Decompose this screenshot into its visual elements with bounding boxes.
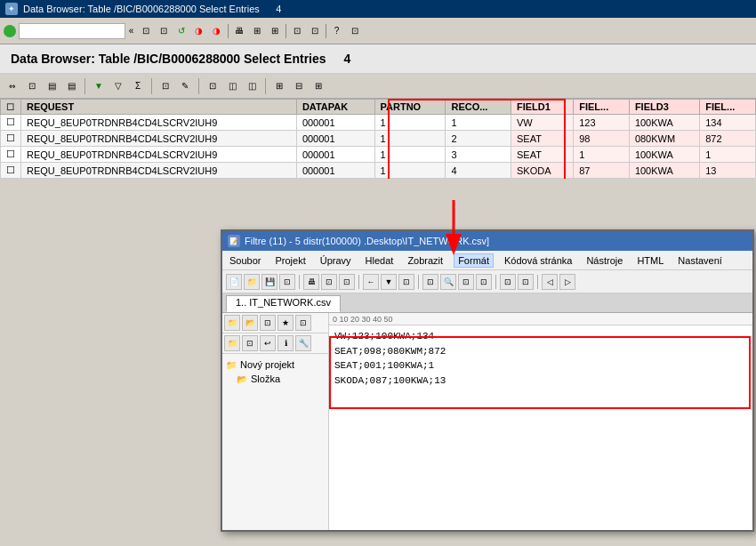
toolbar-icon-5[interactable]: ⊡ (288, 22, 306, 40)
np-sidebar-icon4[interactable]: ⊡ (295, 315, 311, 331)
np-icon-fwd[interactable]: ▷ (559, 274, 575, 290)
row-checkbox[interactable]: ☐ (1, 147, 21, 163)
menu-kodova[interactable]: Kódová stránka (501, 254, 575, 267)
col-header-datapak[interactable]: DATAPAK (296, 100, 374, 115)
table-cell: VW (511, 115, 573, 131)
table-icon-5[interactable]: ⊡ (157, 77, 174, 95)
menu-html[interactable]: HTML (633, 254, 667, 267)
table-icon-8[interactable]: ◫ (223, 77, 241, 95)
np-sidebar-icon-tool[interactable]: 🔧 (295, 335, 311, 351)
np-icon-saveas[interactable]: ⊡ (279, 274, 295, 290)
np-sidebar-icon1[interactable]: 📁 (224, 315, 240, 331)
menu-zobrazit[interactable]: Zobrazit (404, 254, 446, 267)
np-sidebar-icon2[interactable]: 📂 (242, 315, 258, 331)
col-header-check[interactable]: ☐ (1, 100, 21, 115)
table-cell: 100KWA (629, 163, 699, 179)
np-sidebar-icon7[interactable]: ↩ (260, 335, 276, 351)
table-icon-6[interactable]: ✎ (176, 77, 194, 95)
np-icon-new[interactable]: 📄 (226, 274, 242, 290)
np-sidebar-icon-star[interactable]: ★ (277, 315, 294, 331)
np-icon-8[interactable]: ⊡ (422, 274, 438, 290)
np-icon-arrow-left[interactable]: ← (363, 274, 379, 290)
menu-soubor[interactable]: Soubor (226, 254, 264, 267)
np-icon-arrow-down[interactable]: ▼ (381, 274, 397, 290)
table-icon-12[interactable]: ⊞ (310, 77, 327, 95)
folder-label: Složka (251, 373, 280, 384)
menu-hledat[interactable]: Hledat (362, 254, 398, 267)
toolbar-icon-red2[interactable]: ◑ (208, 22, 226, 40)
table-cell: 13 (700, 163, 756, 179)
nav-btn[interactable]: « (129, 26, 134, 36)
notepad-text[interactable]: VW;123;100KWA;134SEAT;098;080KWM;872SEAT… (329, 325, 752, 530)
table-cell: REQU_8EUP0TRDNRB4CD4LSCRV2IUH9 (21, 163, 297, 179)
notepad-app-icon: 📝 (228, 235, 240, 247)
col-header-fiel4[interactable]: FIEL... (700, 100, 756, 115)
tree-item-folder[interactable]: 📂 Složka (226, 372, 325, 386)
col-header-fiel2[interactable]: FIEL... (574, 100, 630, 115)
table-icon-sigma[interactable]: Σ (129, 77, 147, 95)
np-icon-11[interactable]: ⊡ (476, 274, 492, 290)
toolbar-icon-refresh[interactable]: ↺ (173, 22, 190, 40)
np-icon-5[interactable]: ⊡ (321, 274, 337, 290)
table-icon-filter2[interactable]: ▽ (109, 77, 127, 95)
command-input[interactable] (19, 23, 125, 39)
np-icon-save[interactable]: 💾 (261, 274, 277, 290)
menu-nastaveni[interactable]: Nastavení (674, 254, 726, 267)
row-checkbox[interactable]: ☐ (1, 131, 21, 147)
col-header-field3[interactable]: FIELD3 (629, 100, 699, 115)
toolbar-icon-7[interactable]: ⊡ (346, 22, 364, 40)
table-icon-7[interactable]: ⊡ (204, 77, 221, 95)
table-icon-3[interactable]: ▤ (43, 77, 60, 95)
toolbar-icon-3[interactable]: ⊞ (248, 22, 266, 40)
menu-projekt[interactable]: Projekt (271, 254, 309, 267)
table-icon-4[interactable]: ▤ (62, 77, 80, 95)
col-header-partno[interactable]: PARTNO (374, 100, 446, 115)
row-checkbox[interactable]: ☐ (1, 163, 21, 179)
table-cell: 134 (700, 115, 756, 131)
toolbar-icon-red1[interactable]: ◑ (190, 22, 208, 40)
np-icon-back[interactable]: ◁ (542, 274, 558, 290)
col-header-field1[interactable]: FIELD1 (511, 100, 573, 115)
np-icon-print[interactable]: 🖶 (303, 274, 319, 290)
col-header-reco[interactable]: RECO... (446, 100, 511, 115)
table-icon-9[interactable]: ◫ (243, 77, 261, 95)
np-icon-6[interactable]: ⊡ (339, 274, 355, 290)
table-icon-11[interactable]: ⊟ (290, 77, 308, 95)
sap-logo: ✦ (5, 3, 18, 15)
text-line: SEAT;098;080KWM;872 (334, 344, 747, 359)
table-cell: 100KWA (629, 115, 699, 131)
project-label: Nový projekt (240, 359, 294, 370)
menu-upravy[interactable]: Úpravy (317, 254, 355, 267)
np-icon-12[interactable]: ⊡ (500, 274, 516, 290)
toolbar-icon-2[interactable]: ⊡ (155, 22, 173, 40)
toolbar-icon-help[interactable]: ? (328, 22, 346, 40)
np-sidebar-iconbar2: 📁 ⊡ ↩ ℹ 🔧 (222, 333, 328, 354)
np-icon-7[interactable]: ⊡ (398, 274, 414, 290)
np-icon-9[interactable]: 🔍 (440, 274, 456, 290)
np-icon-10[interactable]: ⊡ (458, 274, 474, 290)
toolbar-icon-4[interactable]: ⊞ (266, 22, 284, 40)
col-header-request[interactable]: REQUEST (21, 100, 297, 115)
table-cell: 000001 (296, 115, 374, 131)
np-icon-13[interactable]: ⊡ (518, 274, 534, 290)
table-icon-10[interactable]: ⊞ (270, 77, 288, 95)
row-checkbox[interactable]: ☐ (1, 115, 21, 131)
table-icon-1[interactable]: ⇔ (4, 77, 21, 95)
table-cell: 000001 (296, 131, 374, 147)
np-sidebar-icon6[interactable]: ⊡ (242, 335, 258, 351)
toolbar-icon-print[interactable]: 🖶 (230, 22, 248, 40)
menu-nastroje[interactable]: Nástroje (583, 254, 626, 267)
np-sidebar-icon3[interactable]: ⊡ (260, 315, 276, 331)
tree-item-project[interactable]: 📁 Nový projekt (226, 357, 325, 372)
table-icon-2[interactable]: ⊡ (23, 77, 41, 95)
toolbar-icon-1[interactable]: ⊡ (137, 22, 155, 40)
toolbar-icon-6[interactable]: ⊡ (306, 22, 324, 40)
tab-it-network[interactable]: 1.. IT_NETWORK.csv (226, 295, 341, 312)
table-cell: 1 (374, 115, 446, 131)
np-icon-open[interactable]: 📁 (244, 274, 260, 290)
table-icon-filter1[interactable]: ▼ (90, 77, 108, 95)
np-sidebar-icon5[interactable]: 📁 (224, 335, 240, 351)
np-sidebar-icon-info[interactable]: ℹ (277, 335, 294, 351)
menu-format[interactable]: Formát (454, 253, 494, 268)
notepad-iconbar: 📄 📁 💾 ⊡ 🖶 ⊡ ⊡ ← ▼ ⊡ ⊡ 🔍 ⊡ ⊡ ⊡ ⊡ ◁ ▷ (222, 270, 752, 293)
